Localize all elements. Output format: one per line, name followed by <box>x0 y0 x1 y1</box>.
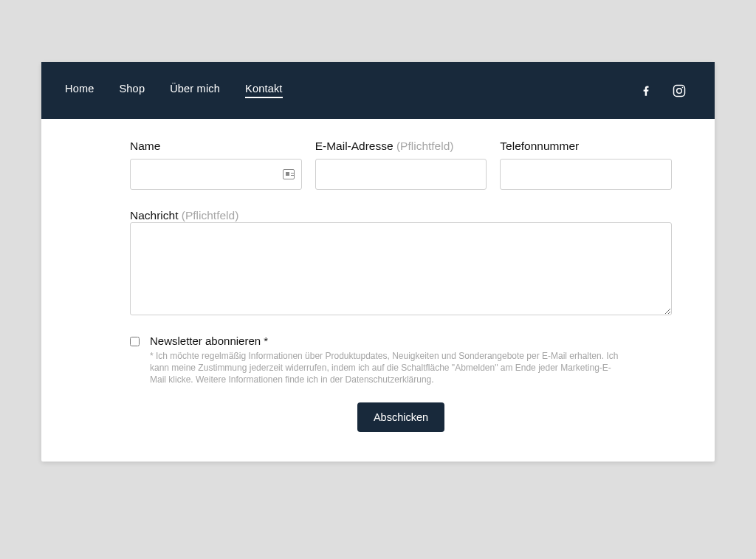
facebook-icon[interactable] <box>639 84 653 97</box>
nav-link-contact[interactable]: Kontakt <box>245 83 283 98</box>
phone-label: Telefonnummer <box>500 140 672 153</box>
submit-button[interactable]: Abschicken <box>357 402 444 432</box>
name-label: Name <box>130 140 302 153</box>
message-required-hint: (Pflichtfeld) <box>182 209 239 222</box>
message-label-text: Nachricht <box>130 209 178 222</box>
newsletter-checkbox[interactable] <box>130 337 140 346</box>
content-card: Home Shop Über mich Kontakt <box>41 62 715 462</box>
form-row-1: Name E-Mail-Adresse (Pflichtfeld) Telefo… <box>130 140 672 190</box>
contact-card-icon <box>283 169 295 179</box>
newsletter-row: Newsletter abonnieren * <box>130 335 672 347</box>
nav-links: Home Shop Über mich Kontakt <box>65 83 283 98</box>
svg-point-2 <box>682 86 684 88</box>
newsletter-fineprint: * Ich möchte regelmäßig Informationen üb… <box>150 350 622 386</box>
name-input-wrap <box>130 159 302 190</box>
nav-link-home[interactable]: Home <box>65 83 94 98</box>
submit-wrap: Abschicken <box>130 402 672 432</box>
phone-input[interactable] <box>500 159 672 190</box>
social-links <box>639 83 687 98</box>
message-label: Nachricht (Pflichtfeld) <box>130 209 238 222</box>
nav-link-shop[interactable]: Shop <box>119 83 145 98</box>
message-textarea[interactable] <box>130 222 672 315</box>
email-input[interactable] <box>315 159 487 190</box>
phone-field-group: Telefonnummer <box>500 140 672 190</box>
navbar: Home Shop Über mich Kontakt <box>41 62 715 119</box>
message-field-group: Nachricht (Pflichtfeld) <box>130 209 672 318</box>
email-label-text: E-Mail-Adresse <box>315 140 394 152</box>
email-field-group: E-Mail-Adresse (Pflichtfeld) <box>315 140 487 190</box>
instagram-icon[interactable] <box>672 83 687 98</box>
contact-form: Name E-Mail-Adresse (Pflichtfeld) Telefo… <box>41 119 715 462</box>
nav-link-about[interactable]: Über mich <box>170 83 220 98</box>
svg-point-1 <box>677 88 682 93</box>
newsletter-label: Newsletter abonnieren * <box>150 335 268 347</box>
email-required-hint: (Pflichtfeld) <box>396 140 454 152</box>
name-input[interactable] <box>130 159 302 190</box>
page: Home Shop Über mich Kontakt <box>0 0 756 559</box>
svg-rect-0 <box>674 85 685 96</box>
name-field-group: Name <box>130 140 302 190</box>
email-label: E-Mail-Adresse (Pflichtfeld) <box>315 140 487 153</box>
